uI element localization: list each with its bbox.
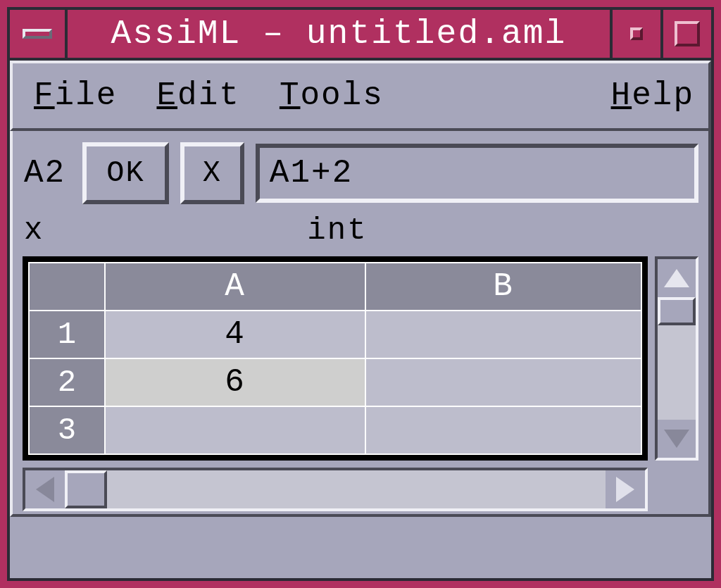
scrollbar-corner	[648, 468, 698, 511]
cell-b2[interactable]	[365, 358, 641, 406]
hscroll-thumb[interactable]	[65, 470, 107, 508]
menu-file[interactable]: File	[34, 77, 117, 114]
arrow-right-icon	[616, 477, 634, 502]
cell-b1[interactable]	[365, 311, 641, 358]
scroll-right-button[interactable]	[606, 470, 645, 508]
cell-reference: A2	[23, 155, 71, 192]
vertical-scrollbar[interactable]	[655, 256, 698, 461]
maximize-button[interactable]	[660, 10, 711, 58]
variable-label: x	[24, 213, 307, 248]
bottom-scroll-row	[10, 461, 711, 517]
scroll-left-button[interactable]	[25, 470, 65, 508]
scroll-up-button[interactable]	[658, 259, 696, 297]
minimize-button[interactable]	[610, 10, 660, 58]
maximize-icon	[675, 21, 700, 46]
grid-corner[interactable]	[29, 263, 105, 311]
grid-area: A B 1 4 2 6 3	[10, 256, 711, 461]
row-header-2[interactable]: 2	[29, 358, 105, 406]
cell-b3[interactable]	[365, 406, 641, 454]
cell-a2[interactable]: 6	[105, 358, 365, 406]
minimize-icon	[630, 27, 643, 40]
title-bar: AssiML – untitled.aml	[10, 10, 711, 61]
vscroll-thumb[interactable]	[658, 297, 696, 325]
menu-bar: File Edit Tools Help	[10, 61, 711, 131]
ok-button[interactable]: OK	[82, 142, 168, 204]
hscroll-track[interactable]	[65, 470, 606, 508]
cell-a3[interactable]	[105, 406, 365, 454]
arrow-down-icon	[664, 430, 689, 448]
column-header-b[interactable]: B	[365, 263, 641, 311]
arrow-up-icon	[664, 269, 689, 287]
formula-input[interactable]	[256, 144, 698, 203]
scroll-down-button[interactable]	[658, 420, 696, 458]
cell-a1[interactable]: 4	[105, 311, 365, 358]
window-title: AssiML – untitled.aml	[68, 10, 610, 58]
menu-tools[interactable]: Tools	[280, 77, 384, 114]
window-frame: AssiML – untitled.aml File Edit Tools He…	[0, 0, 721, 588]
menu-edit[interactable]: Edit	[156, 77, 239, 114]
system-menu-button[interactable]	[10, 10, 68, 58]
row-header-1[interactable]: 1	[29, 311, 105, 358]
column-header-a[interactable]: A	[105, 263, 365, 311]
type-info-row: x int	[10, 210, 711, 256]
spreadsheet: A B 1 4 2 6 3	[23, 256, 648, 461]
type-label: int	[307, 213, 698, 248]
system-menu-icon	[23, 29, 52, 39]
window-inner: AssiML – untitled.aml File Edit Tools He…	[7, 7, 714, 581]
row-header-3[interactable]: 3	[29, 406, 105, 454]
arrow-left-icon	[36, 477, 54, 502]
grid-table: A B 1 4 2 6 3	[28, 262, 642, 455]
menu-help[interactable]: Help	[611, 77, 694, 114]
horizontal-scrollbar[interactable]	[23, 468, 648, 511]
cancel-button[interactable]: X	[180, 142, 244, 204]
vscroll-track[interactable]	[658, 297, 696, 420]
formula-bar: A2 OK X	[10, 131, 711, 210]
